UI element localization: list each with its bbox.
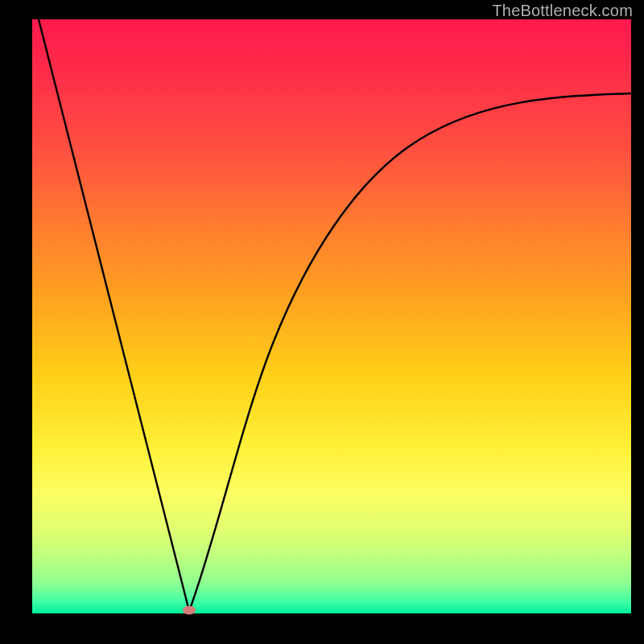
chart-frame: TheBottleneck.com [0,0,644,644]
bottleneck-curve [32,19,631,613]
curve-right-branch [189,93,631,611]
plot-area [32,19,631,613]
curve-left-branch [39,19,189,611]
minimum-marker [183,606,196,615]
watermark-text: TheBottleneck.com [492,2,633,20]
